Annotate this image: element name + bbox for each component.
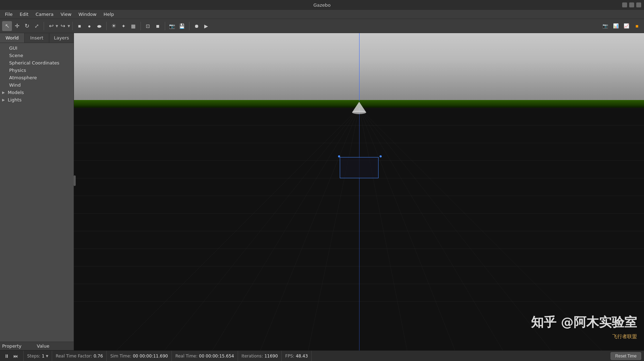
viewport[interactable]: 知乎 @阿木实验室 飞行者联盟 [74,33,644,350]
simtime-label: Sim Time: [110,354,131,359]
tree-item-gui[interactable]: GUI [0,44,74,52]
plot-button[interactable]: 📈 [621,21,631,31]
tree-item-scene[interactable]: Scene [0,52,74,59]
record-icon: ⏺ [194,23,199,29]
selection-handle-tr[interactable] [380,155,382,157]
iterations-value: 11690 [264,354,278,359]
realtime2-label: Real Time: [175,354,198,359]
grid-button[interactable]: ▦ [129,21,138,31]
iterations-label: Iterations: [242,354,263,359]
reset-time-button[interactable]: Reset Time [611,352,641,360]
scale-tool-button[interactable]: ⤢ [32,21,42,31]
selection-handle-tl[interactable] [338,155,340,157]
pause-button[interactable]: ⏸ [3,353,11,360]
fps-value: 48.43 [296,354,308,359]
realtime2-section: Real Time: 00 00:00:15.654 [172,351,238,361]
svg-point-24 [352,111,366,114]
tree-item-spherical-coords[interactable]: Spherical Coordinates [0,59,74,67]
screenshot-button[interactable]: 📷 [600,21,610,31]
value-col-header: Value [37,343,72,349]
tree-item-physics[interactable]: Physics [0,67,74,74]
menubar: File Edit Camera View Window Help [0,10,644,19]
point-light-icon [121,23,126,29]
log-button[interactable]: 📊 [611,21,621,31]
menu-help[interactable]: Help [101,11,117,18]
move-tool-button[interactable] [12,21,22,31]
insert-sphere-button[interactable] [85,21,94,31]
tab-layers[interactable]: Layers [49,33,74,43]
simtime-section: Sim Time: 00 00:00:11.690 [107,351,172,361]
step-button[interactable]: ⏭ [12,353,20,360]
sun-icon [111,23,116,29]
play-icon: ▶ [204,23,208,29]
tree-item-wind[interactable]: Wind [0,81,74,89]
tab-insert[interactable]: Insert [25,33,49,43]
arrow-models: ▶ [2,91,6,94]
maximize-button[interactable] [629,2,634,7]
realtime-factor-section: Real Time Factor: 0.76 [52,351,107,361]
tab-world[interactable]: World [0,33,25,43]
insert-cylinder-button[interactable] [94,21,104,31]
sidebar-tabs: World Insert Layers [0,33,74,43]
sun-button[interactable] [109,21,119,31]
cursor-icon [5,23,10,29]
redo-dropdown-arrow[interactable]: ▼ [68,24,70,28]
separator-4 [140,22,141,30]
menu-edit[interactable]: Edit [17,11,31,18]
solid-icon: ◼ [156,24,160,29]
statusbar: ⏸ ⏭ Steps: 1 ▼ Real Time Factor: 0.76 Si… [0,350,644,361]
menu-view[interactable]: View [58,11,74,18]
save-camera-button[interactable]: 💾 [177,21,187,31]
wireframe-button[interactable]: ⊡ [143,21,153,31]
menu-camera[interactable]: Camera [33,11,56,18]
main-layout: World Insert Layers GUI Scene Spherical … [0,33,644,350]
log-icon: 📊 [613,23,619,29]
rotate-tool-button[interactable] [22,21,32,31]
minimize-button[interactable] [622,2,627,7]
svg-line-21 [359,108,584,350]
light-button[interactable] [119,21,129,31]
center-vertical-axis-ground [359,108,359,350]
property-col-header: Property [2,343,37,349]
realtime2-value: 00 00:00:15.654 [199,354,234,359]
properties-panel: Property Value [0,342,74,350]
properties-header: Property Value [0,342,74,350]
sidebar-resize-handle[interactable] [74,175,76,186]
select-tool-button[interactable] [2,21,12,31]
svg-line-20 [359,108,528,350]
fps-label: FPS: [285,354,294,359]
steps-dropdown-arrow[interactable]: ▼ [46,354,48,358]
insert-box-button[interactable] [75,21,85,31]
redo-icon [61,23,65,29]
play-button[interactable]: ▶ [201,21,211,31]
undo-dropdown-arrow[interactable]: ▼ [56,24,58,28]
redo-button[interactable] [58,21,68,31]
grid-icon: ▦ [131,23,136,29]
rotate-icon [25,23,29,29]
tree-item-atmosphere[interactable]: Atmosphere [0,74,74,81]
svg-line-15 [243,108,359,350]
fps-section: FPS: 48.43 [282,351,312,361]
orange-object-button[interactable]: ■ [632,21,642,31]
menu-window[interactable]: Window [76,11,99,18]
tree-item-models[interactable]: ▶ Models [0,89,74,96]
selected-object[interactable] [340,157,379,178]
undo-button[interactable] [46,21,56,31]
titlebar: Gazebo [0,0,644,10]
sphere-icon [88,23,91,29]
orange-object-icon: ■ [636,23,638,29]
menu-file[interactable]: File [2,11,15,18]
save-camera-icon: 💾 [179,23,185,29]
separator-1 [44,22,44,30]
iterations-section: Iterations: 11690 [238,351,282,361]
toolbar: ⤢ ▼ ▼ ▦ [0,19,644,33]
plot-icon: 📈 [624,23,629,29]
separator-6 [189,22,189,30]
camera-button[interactable]: 📷 [167,21,177,31]
close-button[interactable] [636,2,641,7]
svg-line-22 [359,108,644,350]
solid-button[interactable]: ◼ [153,21,163,31]
tree-item-lights[interactable]: ▶ Lights [0,96,74,104]
record-button[interactable]: ⏺ [192,21,201,31]
scale-icon: ⤢ [35,23,39,29]
